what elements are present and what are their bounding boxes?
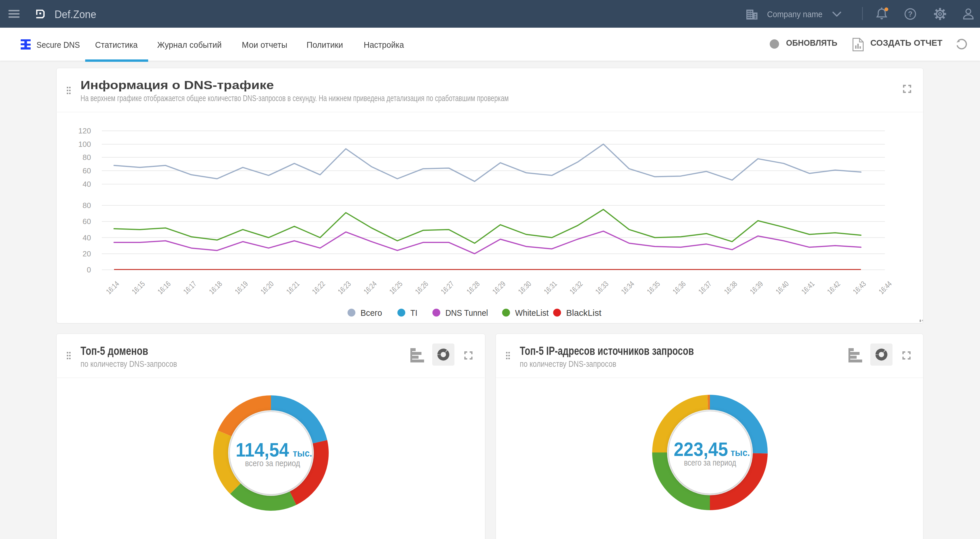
svg-text:?: ? (908, 10, 912, 18)
svg-text:16:32: 16:32 (568, 279, 584, 296)
svg-text:60: 60 (83, 217, 91, 226)
svg-text:16:15: 16:15 (130, 279, 147, 296)
svg-text:16:25: 16:25 (388, 279, 404, 296)
svg-text:20: 20 (83, 249, 91, 258)
svg-text:40: 40 (83, 233, 91, 242)
svg-text:WhiteList: WhiteList (515, 308, 549, 317)
svg-text:16:28: 16:28 (465, 279, 482, 296)
svg-text:всего за период: всего за период (245, 458, 300, 468)
svg-text:80: 80 (83, 201, 91, 210)
svg-text:16:37: 16:37 (697, 279, 713, 296)
svg-text:BlackList: BlackList (566, 308, 602, 317)
svg-text:16:20: 16:20 (259, 279, 275, 296)
svg-text:0: 0 (87, 265, 91, 274)
svg-text:16:19: 16:19 (233, 279, 250, 296)
svg-text:16:29: 16:29 (491, 279, 507, 296)
svg-text:DNS Tunnel: DNS Tunnel (445, 308, 488, 317)
svg-text:60: 60 (83, 166, 91, 175)
svg-text:16:33: 16:33 (593, 279, 610, 296)
svg-text:всего за период: всего за период (684, 458, 736, 467)
svg-text:16:40: 16:40 (774, 279, 791, 296)
svg-text:16:18: 16:18 (207, 279, 224, 296)
svg-text:16:38: 16:38 (722, 279, 739, 296)
svg-text:16:14: 16:14 (104, 279, 121, 296)
svg-text:16:21: 16:21 (285, 279, 301, 296)
svg-text:16:43: 16:43 (851, 279, 868, 296)
svg-text:16:30: 16:30 (516, 279, 533, 296)
svg-text:16:24: 16:24 (362, 279, 379, 296)
svg-text:16:26: 16:26 (413, 279, 430, 296)
svg-text:100: 100 (78, 140, 91, 149)
svg-text:16:35: 16:35 (645, 279, 662, 296)
svg-text:80: 80 (83, 153, 91, 162)
svg-text:TI: TI (410, 308, 417, 317)
svg-text:Всего: Всего (361, 308, 382, 317)
svg-text:16:41: 16:41 (800, 279, 816, 296)
svg-text:16:22: 16:22 (310, 279, 327, 296)
svg-text:16:44: 16:44 (877, 279, 894, 296)
svg-text:16:36: 16:36 (671, 279, 687, 296)
svg-text:тыс.: тыс. (293, 447, 312, 458)
svg-text:16:34: 16:34 (619, 279, 636, 296)
svg-text:120: 120 (78, 127, 91, 135)
svg-text:16:39: 16:39 (748, 279, 765, 296)
svg-text:тыс.: тыс. (731, 447, 750, 458)
svg-text:114,54: 114,54 (235, 439, 289, 461)
svg-text:16:42: 16:42 (826, 279, 842, 296)
svg-text:16:16: 16:16 (156, 279, 172, 296)
svg-text:223,45: 223,45 (674, 439, 728, 460)
svg-text:16:23: 16:23 (336, 279, 353, 296)
svg-text:16:27: 16:27 (439, 279, 456, 296)
svg-text:16:31: 16:31 (542, 279, 559, 296)
svg-text:40: 40 (83, 180, 91, 189)
svg-text:16:17: 16:17 (182, 279, 198, 296)
